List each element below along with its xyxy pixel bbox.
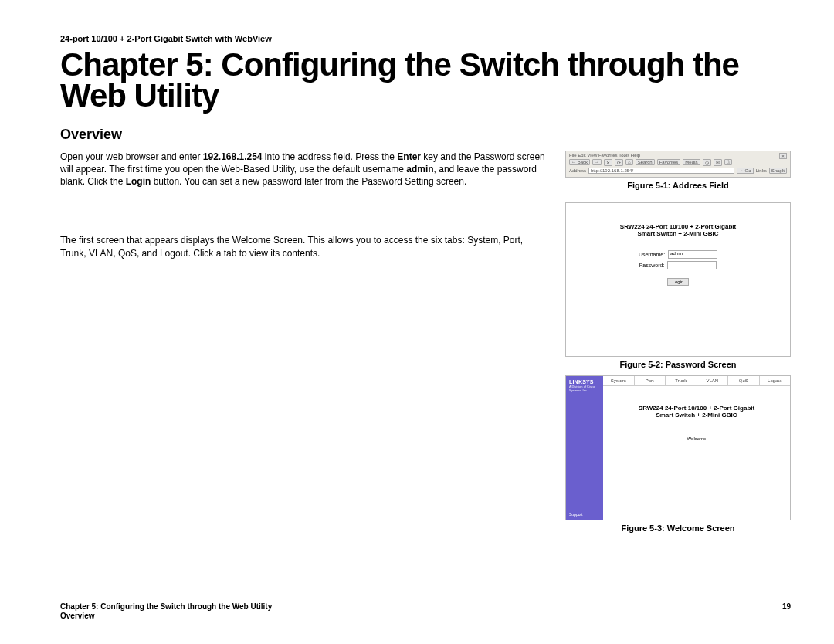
search-button: Search <box>636 159 655 165</box>
close-icon: × <box>779 153 787 159</box>
fig3-tabs: System Port Trunk VLAN QoS Logout <box>603 376 790 386</box>
fig3-title-line2: Smart Switch + 2-Mini GBIC <box>656 412 737 419</box>
tab-trunk: Trunk <box>666 376 697 385</box>
figure-2-password-screen: SRW224 24-Port 10/100 + 2-Port Gigabit S… <box>565 202 791 357</box>
tab-logout: Logout <box>760 376 791 385</box>
linksys-sublogo: A Division of Cisco Systems, Inc. <box>569 385 600 392</box>
support-link: Support <box>569 512 600 517</box>
p1-admin: admin <box>406 164 433 175</box>
home-icon: ⌂ <box>626 159 633 165</box>
figure-1-caption: Figure 5-1: Addrees Field <box>565 181 791 190</box>
username-label: Username: <box>639 252 665 257</box>
figures-column: File Edit View Favorites Tools Help × ← … <box>565 151 791 537</box>
tab-vlan: VLAN <box>697 376 729 385</box>
paragraph-2: The first screen that appears displays t… <box>60 234 547 259</box>
fig3-main: System Port Trunk VLAN QoS Logout SRW224… <box>603 376 790 520</box>
address-field: http://192.168.1.254/ <box>588 168 734 174</box>
document-header: 24-port 10/100 + 2-Port Gigabit Switch w… <box>60 34 791 43</box>
fig2-title-line1: SRW224 24-Port 10/100 + 2-Port Gigabit <box>620 223 736 230</box>
p1-text-e: button. You can set a new password later… <box>151 176 466 187</box>
fig2-title-line2: Smart Switch + 2-Mini GBIC <box>637 230 718 237</box>
body-text-column: Open your web browser and enter 192.168.… <box>60 151 547 537</box>
p1-text-a: Open your web browser and enter <box>60 151 203 162</box>
footer-chapter: Chapter 5: Configuring the Switch throug… <box>60 602 272 612</box>
p1-login: Login <box>126 176 151 187</box>
p1-ip: 192.168.1.254 <box>203 151 263 162</box>
linksys-logo: LINKSYS <box>569 379 600 385</box>
chapter-title: Chapter 5: Configuring the Switch throug… <box>60 49 791 111</box>
print-icon: ⎙ <box>724 159 732 165</box>
paragraph-1: Open your web browser and enter 192.168.… <box>60 151 547 188</box>
back-button: ← Back <box>569 159 590 165</box>
refresh-icon: ⟳ <box>615 159 623 166</box>
page-footer: Chapter 5: Configuring the Switch throug… <box>60 602 791 621</box>
password-input <box>667 261 717 269</box>
go-button: → Go <box>737 168 754 174</box>
page-number: 19 <box>782 602 791 621</box>
forward-icon: → <box>592 159 602 165</box>
favorites-button: Favorites <box>657 159 681 165</box>
tab-qos: QoS <box>728 376 760 385</box>
section-title-overview: Overview <box>60 127 791 143</box>
p1-enter: Enter <box>397 151 421 162</box>
footer-section: Overview <box>60 612 272 621</box>
fig3-content: SRW224 24-Port 10/100 + 2-Port Gigabit S… <box>603 386 790 520</box>
p1-text-b: into the address field. Press the <box>263 151 398 162</box>
fig3-sidebar: LINKSYS A Division of Cisco Systems, Inc… <box>566 376 603 520</box>
figure-3-caption: Figure 5-3: Welcome Screen <box>565 524 791 533</box>
address-label: Address <box>569 168 586 173</box>
password-label: Password: <box>639 263 665 268</box>
figure-1-browser-bar: File Edit View Favorites Tools Help × ← … <box>565 151 791 178</box>
figure-2-caption: Figure 5-2: Password Screen <box>565 360 791 369</box>
tab-port: Port <box>635 376 666 385</box>
figure-3-welcome-screen: LINKSYS A Division of Cisco Systems, Inc… <box>565 375 791 520</box>
links-label: Links <box>756 168 767 173</box>
fig3-title-line1: SRW224 24-Port 10/100 + 2-Port Gigabit <box>639 405 754 412</box>
welcome-text: Welcome <box>603 436 790 441</box>
username-input: admin <box>668 250 717 259</box>
mail-icon: ✉ <box>714 159 722 166</box>
snagit-button: SnagIt <box>769 168 787 174</box>
tab-system: System <box>603 376 635 385</box>
fig1-menu: File Edit View Favorites Tools Help <box>569 153 640 158</box>
login-button: Login <box>667 278 690 286</box>
history-icon: ◷ <box>703 159 711 166</box>
media-button: Media <box>683 159 700 165</box>
stop-icon: ✕ <box>604 159 612 166</box>
